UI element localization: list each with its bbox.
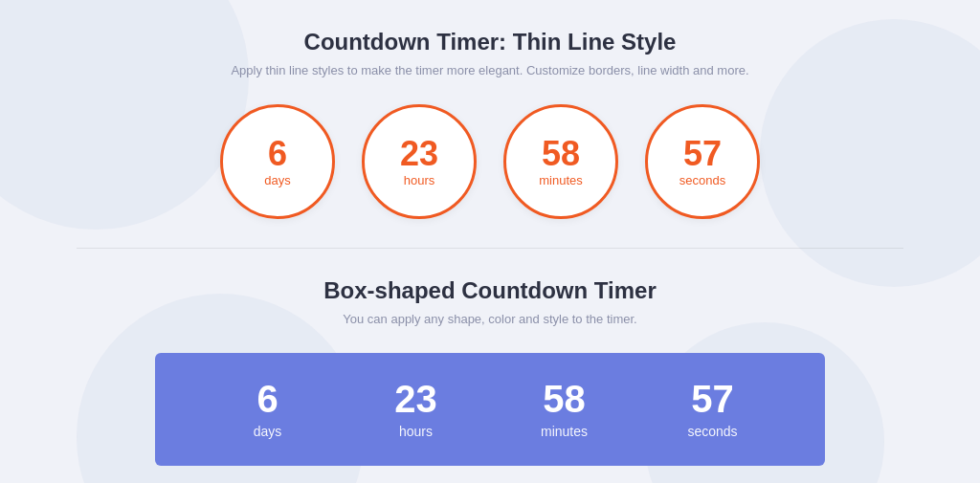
box-hours-value: 23 [394,380,437,418]
box-timer-seconds: 57 seconds [638,380,787,439]
box-timer-minutes: 58 minutes [490,380,638,439]
box-timer-wrapper: 6 days 23 hours 58 minutes 57 seconds [19,353,961,466]
thin-timer-subtitle: Apply thin line styles to make the timer… [19,63,961,77]
box-timer-section: Box-shaped Countdown Timer You can apply… [19,277,961,466]
thin-hours-value: 23 [400,137,438,171]
box-days-value: 6 [256,380,278,418]
thin-timer-hours: 23 hours [362,104,477,219]
box-hours-label: hours [399,424,433,439]
box-timer-title: Box-shaped Countdown Timer [19,277,961,304]
thin-timer-title: Countdown Timer: Thin Line Style [19,29,961,55]
thin-timer-days: 6 days [220,104,335,219]
box-timer: 6 days 23 hours 58 minutes 57 seconds [155,353,825,466]
thin-timer-seconds: 57 seconds [645,104,760,219]
section-divider [77,248,903,249]
thin-seconds-label: seconds [679,173,725,187]
thin-hours-label: hours [404,173,435,187]
box-minutes-value: 58 [543,380,586,418]
box-seconds-label: seconds [687,424,737,439]
box-seconds-value: 57 [691,380,734,418]
thin-minutes-label: minutes [539,173,583,187]
page-wrapper: Countdown Timer: Thin Line Style Apply t… [0,0,980,483]
thin-days-label: days [264,173,290,187]
box-days-label: days [254,424,282,439]
box-timer-subtitle: You can apply any shape, color and style… [19,312,961,326]
content-area: Countdown Timer: Thin Line Style Apply t… [0,0,980,483]
thin-minutes-value: 58 [542,137,580,171]
box-minutes-label: minutes [541,424,588,439]
thin-timer-minutes: 58 minutes [503,104,618,219]
box-timer-hours: 23 hours [342,380,490,439]
thin-seconds-value: 57 [683,137,722,171]
thin-days-value: 6 [268,137,287,171]
box-timer-days: 6 days [193,380,342,439]
thin-timer-section: Countdown Timer: Thin Line Style Apply t… [19,29,961,219]
thin-timer-circles: 6 days 23 hours 58 minutes 57 seconds [19,104,961,219]
